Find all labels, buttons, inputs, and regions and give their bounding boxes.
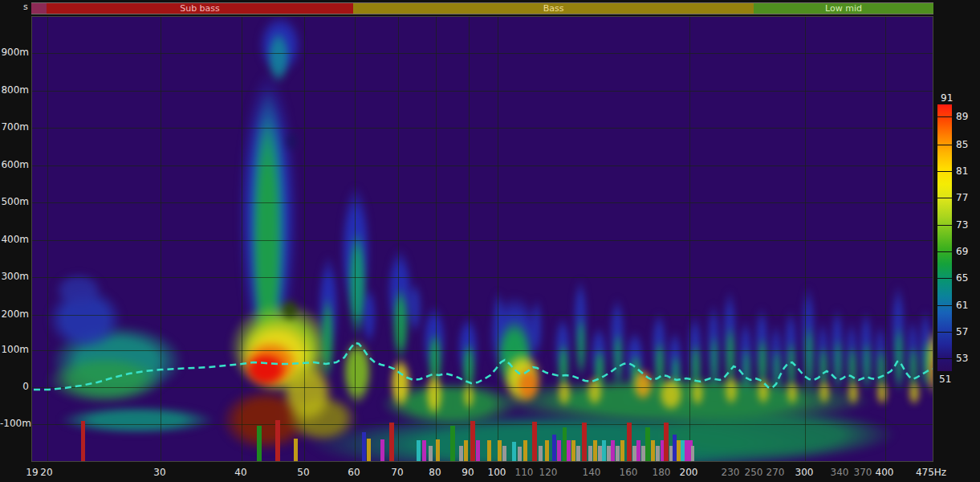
peak-marker-bar[interactable]	[487, 440, 491, 462]
time-tick-label: 400m	[0, 235, 29, 244]
peak-marker-bar[interactable]	[557, 440, 561, 462]
peak-marker-bar[interactable]	[571, 440, 575, 462]
time-tick-label: -100m	[0, 419, 29, 428]
peak-marker-bar[interactable]	[459, 446, 463, 462]
overlay-trace-polyline	[34, 343, 933, 390]
peak-marker-bar[interactable]	[651, 440, 655, 462]
legend-tick-line	[937, 116, 952, 117]
peak-marker-bar[interactable]	[389, 423, 394, 462]
peak-marker-bar[interactable]	[545, 440, 549, 462]
peak-marker-bar[interactable]	[367, 439, 371, 462]
legend-max-label: 91	[941, 93, 953, 103]
peak-marker-bar[interactable]	[532, 422, 537, 462]
peak-marker-bar[interactable]	[502, 446, 506, 462]
time-tick-label: 700m	[0, 122, 29, 132]
peak-marker-bar[interactable]	[518, 447, 522, 462]
freq-tick-label: 40	[234, 468, 246, 477]
peak-marker-bar[interactable]	[380, 439, 384, 462]
time-tick-label: 0	[0, 382, 29, 391]
peak-marker-bar[interactable]	[616, 446, 620, 462]
freq-tick-label: 475Hz	[916, 468, 946, 477]
freq-tick-label: 70	[391, 468, 403, 477]
band-segment-sub-bass: Sub bass	[47, 3, 353, 14]
peak-marker-bar[interactable]	[611, 440, 615, 462]
legend-min-label: 51	[939, 374, 951, 384]
freq-tick-label: 30	[153, 468, 165, 477]
peak-marker-bar[interactable]	[620, 440, 624, 462]
time-tick-label: 600m	[0, 160, 29, 170]
legend-tick-line	[937, 198, 952, 198]
peak-marker-bar[interactable]	[636, 440, 640, 462]
peak-marker-bar[interactable]	[476, 440, 480, 462]
freq-tick-label: 140	[583, 468, 601, 477]
legend-tick-line	[937, 251, 952, 252]
freq-tick-label: 180	[653, 468, 671, 477]
freq-tick-label: 250	[745, 468, 763, 477]
peak-marker-bar[interactable]	[464, 440, 468, 462]
peak-marker-bar[interactable]	[512, 442, 516, 462]
peak-marker-bar[interactable]	[436, 439, 440, 462]
freq-tick-label: 60	[348, 468, 360, 477]
peak-marker-bar[interactable]	[582, 423, 587, 462]
peak-marker-bar[interactable]	[691, 446, 694, 462]
legend-tick-line	[937, 278, 952, 279]
peak-marker-bar[interactable]	[656, 446, 660, 462]
freq-tick-label: 90	[462, 468, 474, 477]
legend-tick-label: 85	[956, 140, 968, 149]
peak-marker-bar[interactable]	[257, 426, 262, 462]
peak-marker-bar[interactable]	[523, 440, 527, 462]
legend-tick-label: 65	[956, 273, 968, 283]
peak-marker-bar[interactable]	[664, 423, 669, 462]
peak-marker-bar[interactable]	[81, 421, 85, 462]
peak-marker-bar[interactable]	[552, 435, 556, 462]
freq-tick-label: 19	[26, 468, 38, 477]
freq-tick-label: 340	[831, 468, 849, 477]
peak-marker-bar[interactable]	[588, 446, 592, 462]
freq-tick-label: 100	[488, 468, 506, 477]
legend-tick-label: 53	[956, 353, 968, 363]
time-tick-label: 200m	[0, 309, 29, 319]
time-tick-label: 500m	[0, 197, 29, 206]
peak-marker-bar[interactable]	[576, 446, 580, 462]
peak-marker-bar[interactable]	[417, 440, 421, 462]
peak-marker-bar[interactable]	[498, 440, 502, 462]
peak-marker-bar[interactable]	[627, 423, 632, 462]
legend-tick-label: 61	[956, 300, 968, 310]
legend-tick-label: 77	[956, 193, 968, 202]
time-tick-label: 300m	[0, 272, 29, 281]
peak-marker-bar[interactable]	[641, 446, 645, 462]
legend-tick-label: 81	[956, 166, 968, 176]
legend-tick-label: 89	[956, 112, 968, 121]
peak-marker-bar[interactable]	[567, 440, 571, 462]
peak-marker-bar[interactable]	[429, 446, 433, 462]
freq-tick-label: 160	[620, 468, 638, 477]
freq-tick-label: 110	[515, 468, 534, 477]
band-segment-low-mid: Low mid	[754, 3, 933, 14]
time-tick-label: 900m	[0, 47, 29, 57]
peak-marker-bar[interactable]	[275, 420, 280, 462]
spectrogram-plot-area[interactable]	[31, 16, 933, 462]
freq-tick-label: 20	[40, 468, 52, 477]
frequency-band-strip: Sub bassBassLow mid	[31, 2, 933, 14]
peak-marker-bar[interactable]	[539, 446, 543, 462]
freq-tick-label: 270	[767, 468, 785, 477]
time-axis-unit-label: s	[23, 2, 28, 11]
legend-tick-line	[937, 305, 952, 306]
peak-marker-bar[interactable]	[645, 427, 650, 462]
peak-marker-bar[interactable]	[422, 440, 426, 462]
freq-tick-label: 230	[722, 468, 740, 477]
peak-marker-bar[interactable]	[593, 440, 597, 462]
freq-tick-label: 200	[680, 468, 698, 477]
freq-tick-label: 120	[539, 468, 558, 477]
peak-marker-bar[interactable]	[294, 439, 298, 462]
legend-tick-label: 73	[956, 220, 968, 230]
band-segment	[31, 3, 47, 14]
time-tick-label: 800m	[0, 85, 29, 95]
peak-marker-bar[interactable]	[470, 421, 475, 462]
peak-marker-bar[interactable]	[362, 432, 366, 462]
freq-tick-label: 80	[429, 468, 441, 477]
peak-marker-bar[interactable]	[450, 426, 455, 462]
legend-tick-line	[937, 332, 952, 333]
peak-marker-bar[interactable]	[602, 440, 606, 462]
freq-tick-label: 50	[297, 468, 309, 477]
